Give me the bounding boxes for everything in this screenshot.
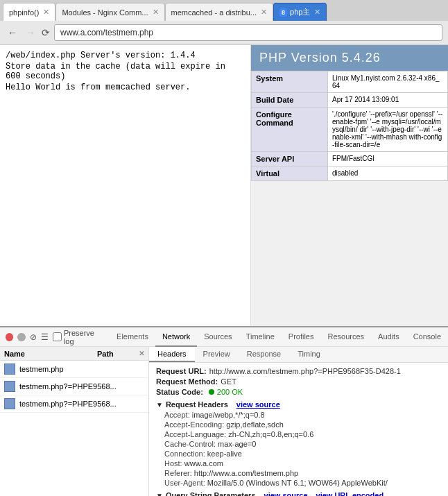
clear-button[interactable] — [17, 333, 25, 341]
php-info-table: System Linux My1.nyist.com 2.6.32-4 x86_… — [251, 71, 448, 181]
preserve-log-label: Preserve log — [64, 329, 104, 345]
output-line-1: /web/index.php Server's version: 1.4.4 — [6, 51, 245, 60]
php-label-builddate: Build Date — [252, 93, 328, 108]
filter-icon[interactable]: ⊘ — [30, 332, 37, 342]
php-value-api: FPM/FastCGI — [328, 152, 448, 166]
nav-resources[interactable]: Resources — [320, 327, 371, 347]
network-item-name: testmem.php?=PHPE9568... — [19, 400, 144, 408]
network-item-name: testmem.php — [19, 365, 144, 373]
file-icon — [4, 381, 15, 392]
tab-close-icon[interactable]: ✕ — [153, 8, 159, 17]
detail-tabs: Headers Preview Response Timing — [149, 347, 448, 363]
col-header-path: Path — [97, 350, 139, 358]
request-headers-section: ▼ Request Headers view source — [156, 400, 441, 409]
header-accept-encoding: Accept-Encoding: gzip,deflate,sdch — [164, 420, 441, 429]
tab-phpinfo[interactable]: phpinfo() ✕ — [3, 3, 55, 21]
preserve-log-checkbox[interactable]: Preserve log — [53, 329, 104, 345]
php-value-system: Linux My1.nyist.com 2.6.32-4 x86_64 — [328, 71, 448, 93]
page-content: /web/index.php Server's version: 1.4.4 S… — [0, 45, 448, 326]
nav-elements[interactable]: Elements — [110, 327, 155, 347]
network-list: Name Path ✕ testmem.php testmem.php?=PHP… — [0, 347, 149, 496]
nav-sources[interactable]: Sources — [197, 327, 239, 347]
tab-headers[interactable]: Headers — [149, 347, 195, 362]
tab-preview[interactable]: Preview — [195, 347, 239, 362]
nav-network[interactable]: Network — [155, 327, 197, 347]
section-toggle-icon[interactable]: ▼ — [156, 401, 163, 409]
header-key: Cache-Control: — [164, 440, 216, 448]
detail-panel: Headers Preview Response Timing Request … — [149, 347, 448, 496]
output-line-2: Store data in the cache (data will expir… — [6, 62, 245, 81]
status-code-label: Status Code: — [156, 388, 203, 396]
php-label-api: Server API — [252, 152, 328, 166]
detail-content: Request URL: http://www.a.com/testmem.ph… — [149, 363, 448, 496]
header-key: Accept-Encoding: — [164, 420, 224, 429]
nav-audits[interactable]: Audits — [371, 327, 406, 347]
view-source-link[interactable]: view source — [236, 400, 280, 409]
tab-php[interactable]: 8 php主 ✕ — [273, 3, 327, 21]
table-row: Virtual disabled — [252, 166, 448, 181]
network-item-row: testmem.php?=PHPE9568... — [4, 381, 144, 392]
header-user-agent: User-Agent: Mozilla/5.0 (Windows NT 6.1;… — [164, 479, 441, 487]
query-params-section: ▼ Query String Parameters view source vi… — [156, 491, 441, 496]
query-view-source-link[interactable]: view source — [264, 491, 308, 496]
address-bar: ← → ⟳ — [0, 21, 448, 44]
header-connection: Connection: keep-alive — [164, 450, 441, 458]
close-path-button[interactable]: ✕ — [139, 350, 144, 357]
record-button[interactable] — [6, 333, 13, 341]
php-label-configure: Configure Command — [252, 108, 328, 152]
status-code-value: 200 OK — [217, 388, 243, 396]
url-input[interactable] — [54, 24, 442, 41]
header-referer: Referer: http://www.a.com/testmem.php — [164, 469, 441, 477]
devtools-body: Name Path ✕ testmem.php testmem.php?=PHP… — [0, 347, 448, 496]
file-icon — [4, 364, 15, 375]
tab-close-icon[interactable]: ✕ — [43, 8, 49, 17]
request-url-row: Request URL: http://www.a.com/testmem.ph… — [156, 367, 441, 375]
php-version-header: PHP Version 5.4.26 — [251, 45, 448, 71]
php-value-builddate: Apr 17 2014 13:09:01 — [328, 93, 448, 108]
nav-timeline[interactable]: Timeline — [239, 327, 282, 347]
php-value-virtual: disabled — [328, 166, 448, 181]
header-val: keep-alive — [207, 450, 242, 458]
tab-timing[interactable]: Timing — [289, 347, 329, 362]
list-item[interactable]: testmem.php — [0, 361, 148, 378]
header-key: User-Agent: — [164, 479, 205, 487]
tab-label: memcached - a distribu... — [171, 8, 257, 17]
list-item[interactable]: testmem.php?=PHPE9568... — [0, 378, 148, 395]
forward-button[interactable]: → — [24, 26, 37, 40]
reload-button[interactable]: ⟳ — [42, 27, 50, 38]
query-view-url-encoded-link[interactable]: view URL encoded — [316, 491, 384, 496]
request-method-label: Request Method: — [156, 377, 218, 386]
devtools: ⊘ ☰ Preserve log Elements Network Source… — [0, 326, 448, 496]
nav-console[interactable]: Console — [406, 327, 448, 347]
browser-chrome: phpinfo() ✕ Modules - Nginx Comm... ✕ me… — [0, 0, 448, 45]
table-row: Server API FPM/FastCGI — [252, 152, 448, 166]
header-val: www.a.com — [184, 459, 223, 468]
table-row: System Linux My1.nyist.com 2.6.32-4 x86_… — [252, 71, 448, 93]
query-section-toggle-icon[interactable]: ▼ — [156, 492, 163, 497]
tab-modules[interactable]: Modules - Nginx Comm... ✕ — [55, 3, 164, 21]
header-key: Accept-Language: — [164, 430, 226, 438]
tab-label: Modules - Nginx Comm... — [62, 8, 148, 17]
tab-memcached[interactable]: memcached - a distribu... ✕ — [165, 3, 274, 21]
tab-bar: phpinfo() ✕ Modules - Nginx Comm... ✕ me… — [0, 0, 448, 21]
preserve-log-input[interactable] — [53, 332, 62, 341]
list-item[interactable]: testmem.php?=PHPE9568... — [0, 395, 148, 413]
header-host: Host: www.a.com — [164, 459, 441, 468]
tab-close-icon[interactable]: ✕ — [314, 8, 320, 17]
header-val: max-age=0 — [218, 440, 256, 448]
tab-close-icon[interactable]: ✕ — [261, 8, 267, 17]
header-accept-language: Accept-Language: zh-CN,zh;q=0.8,en;q=0.6 — [164, 430, 441, 438]
network-item-name: testmem.php?=PHPE9568... — [19, 382, 144, 391]
header-cache-control: Cache-Control: max-age=0 — [164, 440, 441, 448]
back-button[interactable]: ← — [6, 26, 19, 40]
list-icon[interactable]: ☰ — [41, 332, 49, 342]
header-val: gzip,deflate,sdch — [226, 420, 284, 429]
request-url-value: http://www.a.com/testmem.php?=PHPE9568F3… — [209, 367, 401, 375]
header-key: Connection: — [164, 450, 205, 458]
header-accept: Accept: image/webp,*/*;q=0.8 — [164, 411, 441, 419]
request-method-value: GET — [221, 377, 236, 386]
tab-response[interactable]: Response — [239, 347, 290, 362]
nav-profiles[interactable]: Profiles — [282, 327, 321, 347]
header-key: Accept: — [164, 411, 190, 419]
table-row: Build Date Apr 17 2014 13:09:01 — [252, 93, 448, 108]
